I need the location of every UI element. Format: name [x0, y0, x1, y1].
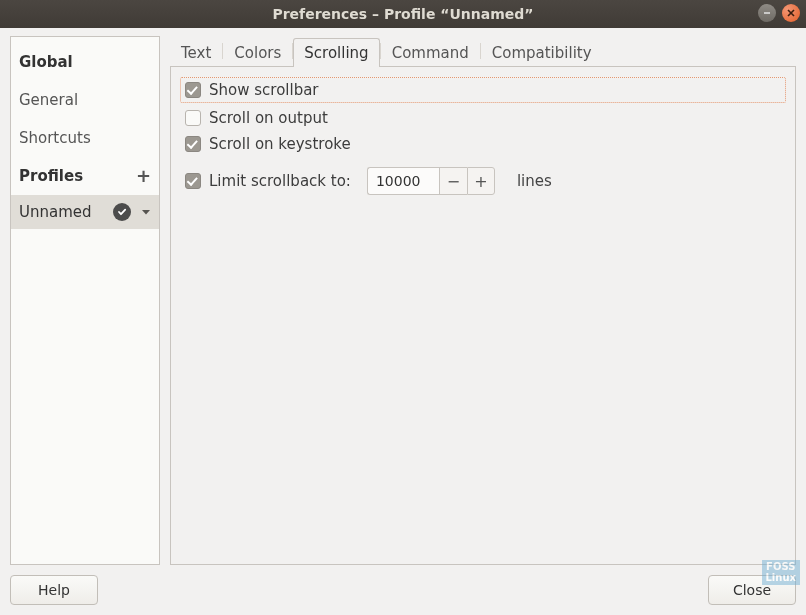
checkbox-scroll-on-output[interactable]: [185, 110, 201, 126]
scrollback-decrement[interactable]: −: [439, 167, 467, 195]
sidebar-profile-label: Unnamed: [19, 203, 92, 221]
sidebar-heading-profiles: Profiles +: [11, 157, 159, 195]
preferences-content: Text Colors Scrolling Command Compatibil…: [170, 36, 796, 565]
option-show-scrollbar[interactable]: Show scrollbar: [180, 77, 786, 103]
close-icon[interactable]: [782, 4, 800, 22]
option-scroll-on-keystroke[interactable]: Scroll on keystroke: [185, 131, 781, 157]
profile-menu-icon[interactable]: [141, 203, 151, 221]
sidebar-profile-unnamed[interactable]: Unnamed: [11, 195, 159, 229]
help-button[interactable]: Help: [10, 575, 98, 605]
sidebar-item-shortcuts[interactable]: Shortcuts: [11, 119, 159, 157]
label-limit-scrollback: Limit scrollback to:: [209, 172, 351, 190]
label-scroll-on-output: Scroll on output: [209, 109, 328, 127]
tab-scrolling[interactable]: Scrolling: [293, 38, 379, 67]
tab-pane-scrolling: Show scrollbar Scroll on output Scroll o…: [170, 66, 796, 565]
tab-bar: Text Colors Scrolling Command Compatibil…: [170, 36, 796, 66]
add-profile-icon[interactable]: +: [136, 167, 151, 185]
scrollback-suffix: lines: [517, 172, 552, 190]
label-scroll-on-keystroke: Scroll on keystroke: [209, 135, 351, 153]
tab-compatibility[interactable]: Compatibility: [481, 38, 603, 67]
sidebar-heading-global: Global: [11, 43, 159, 81]
tab-colors[interactable]: Colors: [223, 38, 292, 67]
checkbox-scroll-on-keystroke[interactable]: [185, 136, 201, 152]
close-button[interactable]: Close: [708, 575, 796, 605]
checkbox-limit-scrollback[interactable]: [185, 173, 201, 189]
window-titlebar: Preferences – Profile “Unnamed”: [0, 0, 806, 28]
option-scroll-on-output[interactable]: Scroll on output: [185, 105, 781, 131]
sidebar-item-general[interactable]: General: [11, 81, 159, 119]
tab-text[interactable]: Text: [170, 38, 222, 67]
option-limit-scrollback: Limit scrollback to: − + lines: [185, 163, 781, 199]
scrollback-stepper: − +: [367, 167, 495, 195]
window-controls: [758, 4, 800, 22]
scrollback-increment[interactable]: +: [467, 167, 495, 195]
minimize-icon[interactable]: [758, 4, 776, 22]
label-show-scrollbar: Show scrollbar: [209, 81, 319, 99]
window-title: Preferences – Profile “Unnamed”: [272, 6, 533, 22]
checkbox-show-scrollbar[interactable]: [185, 82, 201, 98]
preferences-sidebar: Global General Shortcuts Profiles + Unna…: [10, 36, 160, 565]
scrollback-input[interactable]: [367, 167, 439, 195]
default-profile-icon: [113, 203, 131, 221]
dialog-button-row: Help Close: [10, 575, 796, 605]
tab-command[interactable]: Command: [381, 38, 480, 67]
